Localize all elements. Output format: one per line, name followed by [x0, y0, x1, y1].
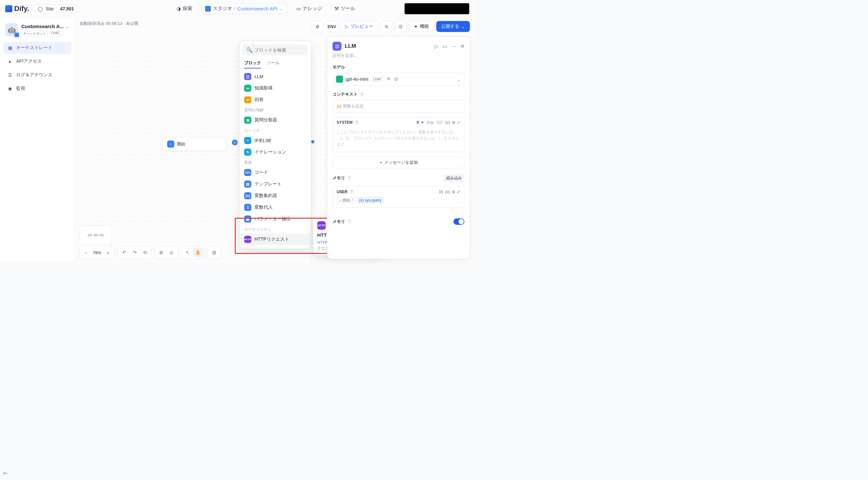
picker-item-iteration[interactable]: ↻イテレーション: [240, 146, 311, 158]
pointer-tool[interactable]: ↖: [183, 248, 192, 258]
help-icon[interactable]: ?: [347, 219, 351, 224]
search-icon: 🔍: [246, 47, 253, 53]
user-chip-var[interactable]: {x} sys.query: [357, 197, 384, 204]
logo-icon: [5, 5, 12, 12]
connection-handle[interactable]: [311, 140, 314, 143]
undo-button[interactable]: ↶: [119, 248, 129, 258]
note-button[interactable]: ⎘: [166, 248, 176, 258]
picker-item-classifier[interactable]: ⊞質問分類器: [240, 114, 311, 126]
system-prompt-input[interactable]: ここにプロンプトワードを入力してください。変数を挿入するには「{」を、プロンプト…: [333, 127, 464, 152]
reply-icon: ↩: [244, 96, 251, 103]
picker-search-input[interactable]: [254, 47, 304, 53]
minimap[interactable]: [80, 226, 112, 245]
more-icon[interactable]: ⋯: [451, 43, 456, 49]
chevron-down-icon[interactable]: ⌄: [279, 6, 284, 12]
sidebar-item-api[interactable]: ▸ APIアクセス: [3, 55, 71, 68]
memory-badge: 組み込み: [444, 174, 464, 182]
inspector-desc[interactable]: 説明を追加...: [333, 53, 464, 59]
redo-button[interactable]: ↷: [130, 248, 140, 258]
memory-toggle[interactable]: [454, 218, 464, 225]
app-title: Customsearch A...: [21, 24, 64, 29]
node-start[interactable]: ⌂ 開始: [162, 137, 227, 151]
logo[interactable]: Dify.: [5, 4, 29, 13]
jinja-toggle[interactable]: [436, 121, 443, 124]
help-icon[interactable]: ?: [354, 120, 359, 125]
picker-item-template[interactable]: ▤テンプレート: [240, 178, 311, 190]
picker-item-varagg[interactable]: {x}変数集約器: [240, 190, 311, 202]
help-icon[interactable]: ?: [360, 92, 364, 97]
book-icon: ▭: [244, 84, 251, 92]
user-label: USER: [337, 190, 347, 194]
eye-icon[interactable]: 👁: [386, 76, 391, 82]
nav-tools[interactable]: ⚒ ツール: [331, 4, 358, 13]
picker-item-varassign[interactable]: ↧変数代入: [240, 202, 311, 213]
history-icon-button[interactable]: ↻: [381, 21, 392, 32]
publish-button[interactable]: 公開する ⌄: [436, 21, 470, 32]
zoom-in-button[interactable]: +: [103, 248, 113, 258]
picker-item-ifelse[interactable]: ⑂IF/ELSE: [240, 135, 311, 146]
features-button[interactable]: ✦ 機能: [409, 21, 434, 32]
model-name: gpt-4o-mini: [346, 76, 368, 82]
context-field[interactable]: {x} 変数を設定: [333, 100, 464, 113]
picker-search[interactable]: 🔍: [243, 44, 308, 56]
node-label: 開始: [177, 141, 185, 147]
home-icon: ⌂: [167, 140, 174, 148]
help-icon[interactable]: ?: [347, 176, 351, 180]
picker-tab-blocks[interactable]: ブロック: [244, 58, 261, 68]
sliders-icon[interactable]: ⚙: [394, 76, 398, 82]
llm-icon: ◫: [244, 73, 251, 80]
sidebar-item-orchestrate[interactable]: ▦ オーケストレート: [3, 42, 71, 54]
play-icon[interactable]: ▷: [435, 43, 438, 49]
picker-item-knowledge[interactable]: ▭知識取得: [240, 82, 311, 94]
picker-item-llm[interactable]: ◫LLM: [240, 71, 311, 82]
model-selector[interactable]: gpt-4o-mini CHAT 👁 ⚙ ⌄: [333, 73, 464, 85]
chevron-down-icon[interactable]: ⌄: [457, 76, 461, 82]
sidebar-item-logs[interactable]: ☰ ログ＆アナウンス: [3, 69, 71, 81]
nav-studio[interactable]: スタジオ / Customsearch API ⌄: [202, 3, 287, 14]
code-icon-button[interactable]: ⚙: [312, 21, 323, 32]
history-button[interactable]: ⟲: [140, 248, 150, 258]
copy-icon[interactable]: ⧉: [452, 120, 455, 125]
add-message-button[interactable]: ＋ メッセージを追加: [333, 157, 464, 168]
account-area[interactable]: [405, 3, 469, 14]
help-icon[interactable]: ?: [349, 190, 354, 194]
canvas[interactable]: 自動保存済み 05:58:13 · 未公開 ⚙ ENV ▷ プレビュー ↻ ☲ …: [75, 18, 474, 262]
star-label: Star: [45, 6, 54, 11]
picker-item-code[interactable]: </>コード: [240, 167, 311, 178]
extract-icon: ▦: [244, 215, 251, 222]
breadcrumb-app[interactable]: Customsearch API: [237, 6, 277, 11]
copy-icon[interactable]: ⧉: [452, 190, 455, 194]
expand-icon[interactable]: ⤢: [457, 190, 460, 194]
sidebar-item-monitor[interactable]: ◉ 監視: [3, 82, 71, 95]
layout-button[interactable]: ⊞: [209, 248, 219, 258]
http-icon: HTTP: [317, 221, 326, 230]
var-icon[interactable]: {x}: [445, 120, 450, 125]
zoom-out-button[interactable]: −: [81, 248, 91, 258]
env-button[interactable]: ENV: [326, 21, 338, 32]
app-header[interactable]: 🤖 Customsearch A... ⌄ チャットボット CHAT...: [3, 22, 71, 38]
add-button[interactable]: ⊕: [156, 248, 166, 258]
picker-item-http[interactable]: HTTPHTTPリクエスト: [240, 234, 311, 245]
picker-item-answer[interactable]: ↩回答: [240, 94, 311, 106]
close-icon[interactable]: ✕: [460, 43, 464, 49]
hand-tool[interactable]: ✋: [193, 248, 203, 258]
preview-button[interactable]: ▷ プレビュー: [340, 21, 378, 32]
checklist-icon-button[interactable]: ☲: [395, 21, 406, 32]
assign-icon: ↧: [244, 204, 251, 211]
expand-icon[interactable]: ⤢: [457, 120, 460, 125]
sparkle-icon[interactable]: ✦: [421, 120, 424, 125]
http-icon: HTTP: [244, 236, 251, 243]
book-icon[interactable]: ▭: [442, 43, 447, 49]
github-star[interactable]: ◯ Star 47,501: [34, 4, 78, 13]
add-node-button[interactable]: +: [232, 140, 238, 145]
chevron-down-icon[interactable]: ⌄: [65, 23, 69, 29]
sidebar: 🤖 Customsearch A... ⌄ チャットボット CHAT... ▦ …: [0, 18, 75, 262]
var-icon[interactable]: {x}: [445, 190, 450, 194]
nav-knowledge[interactable]: ▭ ナレッジ: [293, 4, 326, 13]
breadcrumb-sep: /: [234, 6, 236, 11]
picker-item-paramextract[interactable]: ▦パラメーター抽出: [240, 213, 311, 225]
sidebar-collapse[interactable]: ⇤: [3, 470, 8, 477]
system-prompt: SYSTEM ? 0 ✦ Jinja {x} ⧉ ⤢ ここにプロンプトワードを入…: [333, 117, 464, 152]
nav-explore[interactable]: ◑ 探索: [173, 4, 196, 13]
picker-tab-tools[interactable]: ツール: [267, 58, 279, 68]
